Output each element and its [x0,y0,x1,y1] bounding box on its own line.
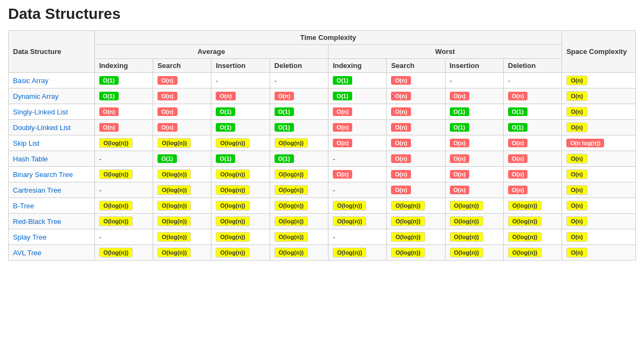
complexity-badge: O(n) [157,76,177,85]
complexity-badge: O(n) [508,170,528,179]
complexity-badge: O(log(n)) [391,216,424,226]
complexity-cell: O(log(n)) [94,135,153,151]
table-row: Cartresian Tree-O(log(n))O(log(n))O(log(… [9,182,636,198]
complexity-cell: O(1) [503,120,561,135]
ds-name-link[interactable]: Skip List [13,139,39,147]
complexity-badge: O(log(n)) [99,169,133,179]
space-cell: O(n) [562,73,636,88]
complexity-badge: O(log(n)) [157,201,191,210]
complexity-badge: O(n) [391,76,411,85]
complexity-badge: O(log(n)) [508,248,542,257]
ds-name-link[interactable]: Splay Tree [13,233,46,241]
table-row: B-TreeO(log(n))O(log(n))O(log(n))O(log(n… [9,198,636,214]
complexity-badge: O(1) [275,123,294,132]
table-row: Binary Search TreeO(log(n))O(log(n))O(lo… [9,167,636,182]
ds-name-link[interactable]: B-Tree [13,202,34,210]
col-wst-del: Deletion [503,59,561,73]
complexity-cell: O(log(n)) [270,245,328,261]
complexity-badge: O(n) [508,186,528,194]
table-row: Doubly-Linked ListO(n)O(n)O(1)O(1)O(n)O(… [9,120,636,135]
complexity-cell: - [94,229,153,245]
ds-name-link[interactable]: Hash Table [13,155,48,163]
complexity-cell: O(log(n)) [445,229,503,245]
col-header-worst: Worst [328,45,561,59]
complexity-badge: O(log(n)) [216,201,249,210]
complexity-cell: O(1) [270,104,328,120]
ds-name-link[interactable]: Cartresian Tree [13,186,61,194]
complexity-badge: O(n) [157,92,177,100]
complexity-badge: O(log(n)) [508,216,542,226]
complexity-badge: O(n) [391,123,411,132]
complexity-cell: O(n) [153,120,211,135]
col-header-avg: Average [94,45,328,59]
complexity-cell: O(log(n)) [153,245,211,261]
complexity-cell: O(n) [387,104,445,120]
complexity-cell: O(log(n)) [445,214,503,229]
space-badge: O(n) [566,216,587,226]
space-badge: O(n) [566,76,587,85]
ds-name-link[interactable]: Red-Black Tree [13,217,61,226]
complexity-badge: O(log(n)) [275,216,308,226]
complexity-badge: O(log(n)) [391,201,424,210]
complexity-cell: O(1) [153,151,211,167]
space-badge: O(n) [566,185,587,195]
complexity-cell: O(n) [387,135,445,151]
complexity-cell: O(n) [270,88,328,104]
space-badge: O(n) [566,154,587,164]
complexity-badge: O(log(n)) [275,201,308,210]
complexity-badge: O(1) [216,107,235,116]
complexity-cell: O(log(n)) [503,229,561,245]
complexity-badge: O(n) [450,139,470,147]
complexity-cell: O(log(n)) [153,214,211,229]
space-cell: O(n) [562,104,636,120]
complexity-badge: O(log(n)) [157,248,191,257]
complexity-cell: O(n) [445,135,503,151]
col-wst-ins: Insertion [445,59,503,73]
complexity-cell: O(log(n)) [211,198,270,214]
complexity-badge: O(log(n)) [508,232,542,242]
complexity-badge: O(log(n)) [216,232,249,242]
complexity-cell: O(1) [503,104,561,120]
space-cell: O(n) [562,214,636,229]
complexity-badge: O(n) [450,92,470,100]
complexity-badge: O(log(n)) [450,201,483,210]
complexity-cell: O(n) [503,88,561,104]
ds-name-link[interactable]: Singly-Linked List [13,108,68,116]
complexity-badge: O(1) [275,107,294,116]
ds-name-link[interactable]: Binary Search Tree [13,171,73,179]
complexity-badge: O(log(n)) [450,248,483,257]
complexity-cell: O(1) [94,73,153,88]
col-header-time: Time Complexity [94,31,562,45]
complexity-cell: O(n) [503,182,561,198]
space-badge: O(n) [566,91,587,101]
ds-name-link[interactable]: Dynamic Array [13,92,59,100]
ds-name-link[interactable]: Doubly-Linked List [13,124,71,132]
complexity-badge: O(1) [275,154,294,163]
complexity-badge: O(log(n)) [216,138,249,148]
complexity-badge: O(n) [333,123,353,132]
col-header-ds: Data Structure [9,31,95,73]
complexity-cell: O(log(n)) [153,135,211,151]
complexity-badge: O(n) [157,107,177,116]
complexity-cell: - [445,73,503,88]
complexity-cell: O(log(n)) [270,182,328,198]
complexity-badge: O(n) [99,123,119,132]
complexity-badge: O(log(n)) [99,216,133,226]
complexity-cell: O(1) [328,88,386,104]
complexity-badge: O(log(n)) [216,248,249,257]
complexity-cell: - [94,182,153,198]
complexity-badge: O(n) [333,139,353,147]
space-cell: O(n) [562,151,636,167]
complexity-badge: O(log(n)) [157,169,191,179]
complexity-badge: O(log(n)) [450,216,483,226]
complexity-cell: - [328,151,386,167]
complexity-badge: O(n) [333,107,353,116]
ds-name-link[interactable]: AVL Tree [13,249,42,257]
col-wst-idx: Indexing [328,59,386,73]
col-header-space: Space Complexity [562,31,636,73]
ds-name-link[interactable]: Basic Array [13,77,49,85]
complexity-cell: O(log(n)) [153,167,211,182]
complexity-cell: O(log(n)) [445,198,503,214]
complexity-badge: O(n) [450,170,470,179]
space-cell: O(n) [562,88,636,104]
